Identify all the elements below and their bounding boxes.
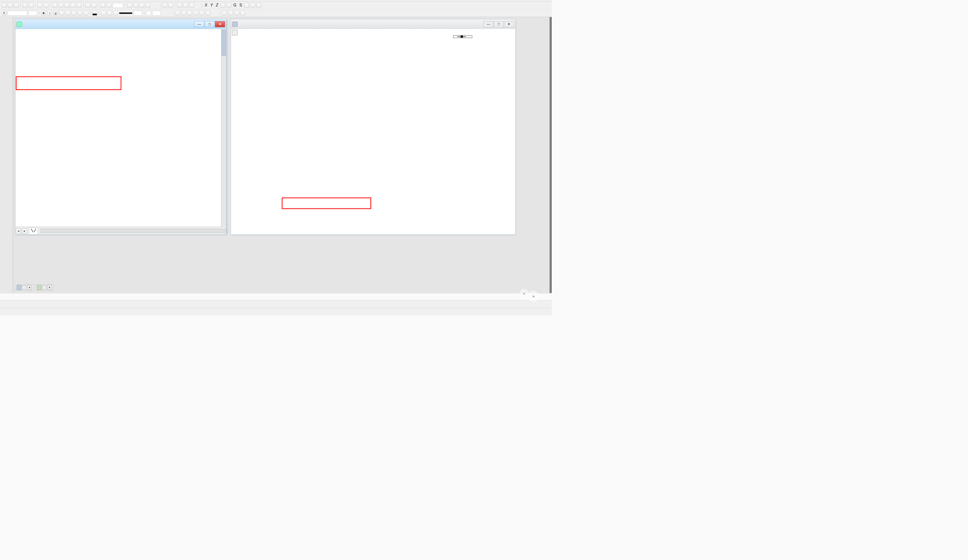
draw-arrow-icon[interactable]	[183, 3, 188, 8]
add-column-icon[interactable]	[127, 3, 132, 8]
graph-body[interactable]	[231, 29, 515, 235]
label-y: Y	[211, 3, 213, 8]
subscript-icon[interactable]	[65, 11, 70, 15]
draw-curve-icon[interactable]	[189, 3, 194, 8]
restore-mini-icon	[42, 286, 46, 289]
align-top-icon[interactable]	[193, 11, 198, 15]
duplicate-icon[interactable]	[43, 3, 48, 8]
label-x: X	[205, 3, 207, 8]
line-style-icon[interactable]	[113, 11, 118, 15]
export-icon[interactable]	[29, 3, 34, 8]
line-width-input[interactable]	[134, 11, 142, 15]
new-layout-icon[interactable]	[70, 3, 75, 8]
font-color-icon[interactable]	[92, 11, 97, 15]
import-icon[interactable]	[23, 3, 28, 8]
minimize-button[interactable]: —	[483, 21, 493, 27]
zoom-input[interactable]	[113, 3, 123, 8]
unmask-icon[interactable]	[168, 3, 173, 8]
close-mini-icon[interactable]: ✕	[47, 285, 52, 290]
window-taskbar: ✕ ✕	[15, 284, 53, 291]
new-workbook-icon[interactable]	[53, 3, 58, 8]
recalc-auto-icon[interactable]	[228, 11, 233, 15]
copy-icon[interactable]	[100, 3, 105, 8]
close-button[interactable]: ✕	[215, 21, 225, 27]
align-left-icon[interactable]	[175, 11, 180, 15]
sheet-nav-prev[interactable]: ▸	[22, 228, 27, 233]
new-matrix-icon[interactable]	[64, 3, 69, 8]
workbook-window: — □ ✕ ◂ ▸ \/	[15, 19, 227, 235]
sheet-nav-first[interactable]: ◂	[16, 228, 21, 233]
align-bottom-icon[interactable]	[206, 11, 211, 15]
restore-mini-icon	[22, 286, 26, 289]
taskbar-graph-item[interactable]: ✕	[35, 284, 53, 291]
recalculate-icon[interactable]	[91, 3, 96, 8]
workbook-titlebar[interactable]: — □ ✕	[15, 19, 226, 29]
statusbar	[0, 308, 552, 316]
left-dock	[0, 17, 13, 293]
watermark	[520, 287, 544, 302]
sheet-tab[interactable]: \/	[29, 228, 38, 234]
text-tool-icon[interactable]: T	[2, 11, 7, 15]
recalc-none-icon[interactable]	[240, 11, 245, 15]
close-button[interactable]: ✕	[504, 21, 514, 27]
greek-icon[interactable]	[71, 11, 76, 15]
graph-mini-icon	[37, 285, 41, 290]
decrease-font-icon[interactable]	[84, 11, 89, 15]
toolbar-format: T B I U	[0, 10, 552, 17]
new-graph-icon[interactable]	[58, 3, 63, 8]
merge-icon[interactable]	[145, 3, 150, 8]
fill-pattern-icon[interactable]	[146, 11, 151, 15]
underline-icon[interactable]: U	[53, 11, 58, 15]
chart-plot[interactable]	[240, 33, 511, 231]
graph-icon	[232, 21, 238, 27]
mdi-area: — □ ✕ ◂ ▸ \/	[13, 17, 549, 293]
new-project-icon[interactable]	[2, 3, 7, 8]
worksheet-area[interactable]	[15, 29, 226, 226]
bold-icon[interactable]: B	[41, 11, 46, 15]
minimize-button[interactable]: —	[194, 21, 204, 27]
move-right-icon[interactable]	[256, 3, 261, 8]
layer-button[interactable]	[232, 30, 238, 36]
superscript-icon[interactable]	[60, 11, 64, 15]
open-icon[interactable]	[8, 3, 13, 8]
rescale-icon[interactable]	[139, 3, 144, 8]
toolbar-standard: X Y Z G S	[0, 2, 552, 10]
maximize-button[interactable]: □	[494, 21, 504, 27]
graph-titlebar[interactable]: — □ ✕	[231, 19, 515, 29]
new-notes-icon[interactable]	[76, 3, 81, 8]
row-highlight-annotation	[16, 76, 121, 90]
legend[interactable]	[453, 35, 472, 38]
save-icon[interactable]	[13, 3, 18, 8]
refresh-icon[interactable]	[86, 3, 90, 8]
print-icon[interactable]	[38, 3, 42, 8]
vertical-scrollbar[interactable]	[221, 29, 226, 226]
align-center-icon[interactable]	[181, 11, 186, 15]
paste-icon[interactable]	[106, 3, 111, 8]
italic-icon[interactable]: I	[47, 11, 52, 15]
set-none-icon[interactable]	[244, 3, 249, 8]
move-left-icon[interactable]	[250, 3, 255, 8]
lock-icon[interactable]	[222, 11, 227, 15]
taskbar-book-item[interactable]: ✕	[15, 284, 33, 291]
layer-icon[interactable]	[133, 3, 138, 8]
pattern-input[interactable]	[152, 11, 161, 15]
wechat-icon	[520, 287, 539, 302]
label-s: S	[240, 3, 242, 8]
horizontal-scrollbar[interactable]	[40, 228, 226, 233]
fill-color-icon[interactable]	[107, 11, 112, 15]
draw-line-icon[interactable]	[177, 3, 182, 8]
align-middle-icon[interactable]	[199, 11, 204, 15]
increase-font-icon[interactable]	[78, 11, 83, 15]
font-size-input[interactable]	[28, 11, 37, 15]
font-name-input[interactable]	[8, 11, 27, 15]
label-g: G	[234, 3, 237, 8]
align-right-icon[interactable]	[187, 11, 192, 15]
workspace: — □ ✕ ◂ ▸ \/	[0, 17, 552, 293]
recalc-manual-icon[interactable]	[234, 11, 239, 15]
set-y-icon[interactable]	[227, 3, 232, 8]
mask-icon[interactable]	[162, 3, 167, 8]
line-color-icon[interactable]	[101, 11, 106, 15]
set-x-icon[interactable]	[220, 3, 225, 8]
close-mini-icon[interactable]: ✕	[27, 285, 32, 290]
maximize-button[interactable]: □	[205, 21, 215, 27]
